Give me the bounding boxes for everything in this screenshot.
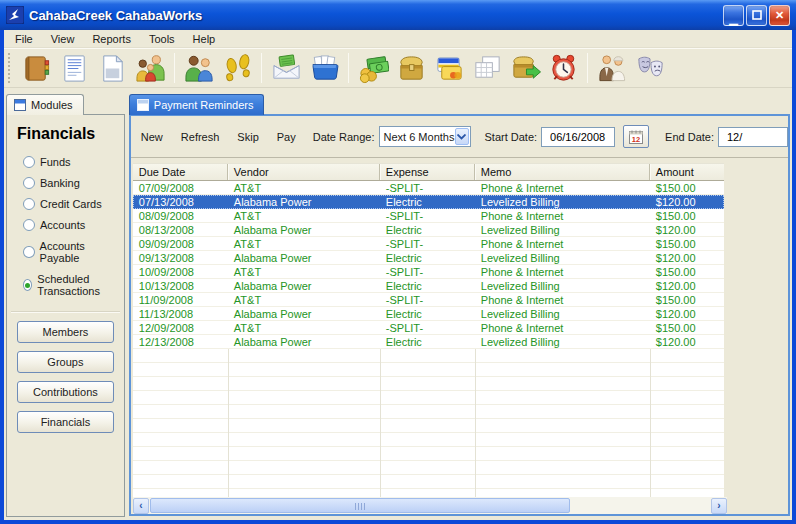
table-cell: $120.00 (650, 307, 724, 321)
table-cell: Electric (380, 335, 475, 349)
radio-icon (23, 246, 35, 258)
reminders-table: Due DateVendorExpenseMemoAmount 07/09/20… (133, 163, 724, 497)
contribution-envelope-icon[interactable] (267, 51, 305, 85)
table-row[interactable]: 10/13/2008Alabama PowerElectricLevelized… (133, 279, 724, 293)
table-row[interactable]: 10/09/2008AT&T-SPLIT-Phone & Internet$15… (133, 265, 724, 279)
horizontal-scrollbar[interactable]: ‹ › (133, 497, 727, 514)
column-header-amount[interactable]: Amount (650, 164, 724, 180)
new-button[interactable]: New (140, 128, 164, 146)
table-cell: 08/09/2008 (133, 209, 228, 223)
table-cell: $120.00 (650, 195, 724, 209)
minimize-button[interactable]: ▁ (723, 5, 744, 26)
sidebar-item-credit-cards[interactable]: Credit Cards (23, 198, 124, 210)
table-row[interactable]: 09/09/2008AT&T-SPLIT-Phone & Internet$15… (133, 237, 724, 251)
window-controls: ▁ ✕ (723, 5, 790, 26)
scrollbar-thumb[interactable] (150, 498, 570, 513)
menu-item-help[interactable]: Help (184, 31, 225, 47)
skip-button[interactable]: Skip (236, 128, 259, 146)
modules-window-icon (14, 99, 26, 111)
column-header-memo[interactable]: Memo (475, 164, 650, 180)
accounts-icon[interactable] (468, 51, 506, 85)
contributions-button[interactable]: Contributions (17, 381, 114, 403)
sidebar-heading: Financials (17, 125, 124, 143)
payment-toolbar: NewRefreshSkipPay Date Range: Next 6 Mon… (131, 116, 788, 158)
table-cell: -SPLIT- (380, 293, 475, 307)
table-cell: AT&T (228, 265, 380, 279)
table-cell: AT&T (228, 237, 380, 251)
pay-button[interactable]: Pay (276, 128, 297, 146)
new-document-icon[interactable] (93, 51, 131, 85)
people-icon[interactable] (180, 51, 218, 85)
column-header-expense[interactable]: Expense (380, 164, 475, 180)
financials-button[interactable]: Financials (17, 411, 114, 433)
scroll-right-icon[interactable]: › (711, 498, 727, 514)
chevron-down-icon[interactable] (455, 128, 468, 145)
tab-modules[interactable]: Modules (6, 94, 84, 115)
sidebar-item-scheduled-transactions[interactable]: Scheduled Transactions (23, 273, 124, 297)
sidebar-item-accounts[interactable]: Accounts (23, 219, 124, 231)
table-row[interactable]: 08/13/2008Alabama PowerElectricLevelized… (133, 223, 724, 237)
tab-payment-reminders[interactable]: Payment Reminders (129, 94, 265, 115)
table-cell: 11/13/2008 (133, 307, 228, 321)
masks-icon[interactable] (631, 51, 669, 85)
table-row[interactable]: 07/09/2008AT&T-SPLIT-Phone & Internet$15… (133, 181, 724, 195)
sidebar-item-banking[interactable]: Banking (23, 177, 124, 189)
main-toolbar (4, 48, 792, 88)
calendar-button[interactable]: 12 (623, 125, 649, 148)
credit-cards-icon[interactable] (430, 51, 468, 85)
title-bar[interactable]: CahabaCreek CahabaWorks ▁ ✕ (0, 0, 796, 30)
accounts-payable-icon[interactable] (506, 51, 544, 85)
table-row[interactable]: 11/13/2008Alabama PowerElectricLevelized… (133, 307, 724, 321)
table-row[interactable]: 12/09/2008AT&T-SPLIT-Phone & Internet$15… (133, 321, 724, 335)
table-cell: Phone & Internet (475, 181, 650, 195)
groups-button[interactable]: Groups (17, 351, 114, 373)
menu-item-view[interactable]: View (42, 31, 84, 47)
members-button[interactable]: Members (17, 321, 114, 343)
close-button[interactable]: ✕ (769, 5, 790, 26)
menu-item-tools[interactable]: Tools (140, 31, 184, 47)
menu-item-file[interactable]: File (6, 31, 42, 47)
table-row[interactable]: 08/09/2008AT&T-SPLIT-Phone & Internet$15… (133, 209, 724, 223)
table-cell: 10/09/2008 (133, 265, 228, 279)
table-cell: Levelized Billing (475, 251, 650, 265)
table-cell: $120.00 (650, 223, 724, 237)
column-header-vendor[interactable]: Vendor (228, 164, 380, 180)
table-row[interactable]: 11/09/2008AT&T-SPLIT-Phone & Internet$15… (133, 293, 724, 307)
couple-icon[interactable] (593, 51, 631, 85)
report-icon[interactable] (55, 51, 93, 85)
app-logo-icon (6, 6, 24, 24)
scroll-left-icon[interactable]: ‹ (133, 498, 149, 514)
footprints-icon[interactable] (218, 51, 256, 85)
funds-icon[interactable] (354, 51, 392, 85)
menu-item-reports[interactable]: Reports (83, 31, 140, 47)
table-row[interactable]: 09/13/2008Alabama PowerElectricLevelized… (133, 251, 724, 265)
column-header-due-date[interactable]: Due Date (133, 164, 228, 180)
table-cell: Electric (380, 279, 475, 293)
maximize-button[interactable] (746, 5, 767, 26)
date-range-value: Next 6 Months (380, 131, 455, 143)
refresh-button[interactable]: Refresh (180, 128, 221, 146)
card-file-icon[interactable] (305, 51, 343, 85)
end-date-input[interactable] (718, 127, 788, 147)
sidebar-item-funds[interactable]: Funds (23, 156, 124, 168)
table-cell: Levelized Billing (475, 279, 650, 293)
table-cell: $120.00 (650, 279, 724, 293)
tab-payment-reminders-label: Payment Reminders (154, 99, 254, 111)
sidebar-nav-buttons: MembersGroupsContributionsFinancials (7, 313, 124, 433)
table-cell: Alabama Power (228, 335, 380, 349)
sidebar: Modules Financials FundsBankingCredit Ca… (4, 88, 125, 520)
start-date-input[interactable] (541, 127, 615, 147)
banking-icon[interactable] (392, 51, 430, 85)
table-cell: 11/09/2008 (133, 293, 228, 307)
table-cell: -SPLIT- (380, 209, 475, 223)
table-row[interactable]: 12/13/2008Alabama PowerElectricLevelized… (133, 335, 724, 349)
address-book-icon[interactable] (17, 51, 55, 85)
table-row[interactable]: 07/13/2008Alabama PowerElectricLevelized… (133, 195, 724, 209)
date-range-select[interactable]: Next 6 Months (379, 126, 471, 147)
toolbar-separator (348, 53, 349, 83)
end-date-label: End Date: (665, 131, 714, 143)
scheduled-transactions-icon[interactable] (544, 51, 582, 85)
family-icon[interactable] (131, 51, 169, 85)
sidebar-item-accounts-payable[interactable]: Accounts Payable (23, 240, 124, 264)
table-cell: 10/13/2008 (133, 279, 228, 293)
